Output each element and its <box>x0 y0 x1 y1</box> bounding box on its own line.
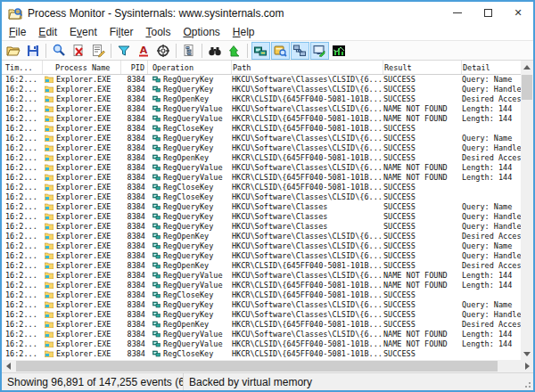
event-path: HKCU\Software\Classes\CLSID\{6... <box>232 85 383 94</box>
event-row[interactable]: 16:2...Explorer.EXE8384RegQueryKeyHKCU\S… <box>2 85 521 94</box>
scroll-down-button[interactable] <box>521 347 533 360</box>
event-row[interactable]: 16:2...Explorer.EXE8384RegQueryValueHKCU… <box>2 271 521 281</box>
jump-to-button[interactable] <box>226 42 244 60</box>
event-pid: 8384 <box>121 104 148 114</box>
include-process-from-window-button[interactable] <box>154 42 173 60</box>
registry-operation-icon <box>152 173 160 181</box>
registry-operation-icon <box>152 232 160 240</box>
event-row[interactable]: 16:2...Explorer.EXE8384RegQueryValueHKCU… <box>2 330 521 339</box>
event-row[interactable]: 16:2...Explorer.EXE8384RegQueryValueHKCR… <box>2 114 521 124</box>
capture-button[interactable] <box>50 42 69 60</box>
column-header-path[interactable]: Path <box>232 61 383 74</box>
toolbar-separator <box>176 44 177 58</box>
show-filesystem-activity-button[interactable] <box>271 42 290 60</box>
event-row[interactable]: 16:2...Explorer.EXE8384RegQueryKeyHKCU\S… <box>2 310 521 320</box>
show-registry-activity-button[interactable] <box>251 42 270 60</box>
event-row[interactable]: 16:2...Explorer.EXE8384RegQueryKeyHKCU\S… <box>2 143 521 153</box>
event-result: SUCCESS <box>383 310 462 320</box>
save-button[interactable] <box>24 42 43 60</box>
event-operation: RegCloseKey <box>148 124 232 134</box>
event-time: 16:2... <box>2 232 43 241</box>
menu-filter[interactable]: Filter <box>103 25 140 39</box>
event-row[interactable]: 16:2...Explorer.EXE8384RegQueryKeyHKCU\S… <box>2 75 521 85</box>
filter-button[interactable] <box>115 42 134 60</box>
scroll-right-button[interactable] <box>521 360 533 372</box>
find-button[interactable] <box>206 42 225 60</box>
process-tree-button[interactable] <box>180 42 199 60</box>
event-row[interactable]: 16:2...Explorer.EXE8384RegCloseKeyHKCR\C… <box>2 183 521 192</box>
scroll-up-button[interactable] <box>521 61 533 73</box>
event-row[interactable]: 16:2...Explorer.EXE8384RegQueryValueHKCU… <box>2 104 521 114</box>
event-row[interactable]: 16:2...Explorer.EXE8384RegQueryKeyHKCU\S… <box>2 300 521 310</box>
event-row[interactable]: 16:2...Explorer.EXE8384RegOpenKeyHKCR\CL… <box>2 261 521 271</box>
event-row[interactable]: 16:2...Explorer.EXE8384RegOpenKeyHKCR\CL… <box>2 320 521 330</box>
event-process: Explorer.EXE <box>43 349 121 359</box>
column-header-tim[interactable]: Tim... <box>2 61 43 74</box>
event-row[interactable]: 16:2...Explorer.EXE8384RegQueryKeyHKCU\S… <box>2 241 521 251</box>
event-row[interactable]: 16:2...Explorer.EXE8384RegQueryKeyHKCU\S… <box>2 202 521 212</box>
event-row[interactable]: 16:2...Explorer.EXE8384RegQueryValueHKCR… <box>2 281 521 290</box>
event-row[interactable]: 16:2...Explorer.EXE8384RegQueryKeyHKCU\S… <box>2 212 521 222</box>
show-profiling-events-button[interactable] <box>330 42 349 60</box>
event-result: SUCCESS <box>383 143 462 153</box>
event-detail: Length: 144 <box>462 330 521 339</box>
event-row[interactable]: 16:2...Explorer.EXE8384RegCloseKeyHKCR\C… <box>2 349 521 359</box>
highlight-button[interactable]: A <box>135 42 153 60</box>
minimize-button[interactable] <box>442 2 473 24</box>
event-row[interactable]: 16:2...Explorer.EXE8384RegQueryValueHKCR… <box>2 173 521 183</box>
event-process: Explorer.EXE <box>43 320 121 330</box>
vertical-scroll-thumb[interactable] <box>522 75 532 100</box>
resize-grip-icon[interactable] <box>523 380 531 388</box>
show-process-activity-button[interactable] <box>310 42 329 60</box>
close-button[interactable]: ✕ <box>503 2 533 24</box>
event-path: HKCU\Software\Classes <box>232 212 383 222</box>
column-header-result[interactable]: Result <box>383 61 462 74</box>
process-folder-icon <box>45 125 54 132</box>
column-header-processname[interactable]: Process Name <box>43 61 121 74</box>
registry-operation-icon <box>152 134 160 142</box>
event-detail: Length: 144 <box>462 339 521 349</box>
event-pid: 8384 <box>121 222 148 232</box>
menu-help[interactable]: Help <box>226 25 261 39</box>
scroll-left-button[interactable] <box>2 360 14 372</box>
menu-bar: FileEditEventFilterToolsOptionsHelp <box>2 24 533 40</box>
maximize-button[interactable] <box>473 2 503 24</box>
column-header-operation[interactable]: Operation <box>148 61 232 74</box>
column-header-detail[interactable]: Detail <box>462 61 521 74</box>
event-row[interactable]: 16:2...Explorer.EXE8384RegQueryKeyHKCU\S… <box>2 222 521 232</box>
event-row[interactable]: 16:2...Explorer.EXE8384RegOpenKeyHKCR\CL… <box>2 153 521 163</box>
event-row[interactable]: 16:2...Explorer.EXE8384RegQueryValueHKCR… <box>2 339 521 349</box>
event-row[interactable]: 16:2...Explorer.EXE8384RegOpenKeyHKCU\So… <box>2 232 521 241</box>
event-path: HKCR\CLSID\{645FF040-5081-101B... <box>232 261 383 271</box>
event-result: SUCCESS <box>383 192 462 202</box>
event-row[interactable]: 16:2...Explorer.EXE8384RegQueryValueHKCU… <box>2 163 521 173</box>
column-header-pid[interactable]: PID <box>121 61 148 74</box>
menu-tools[interactable]: Tools <box>139 25 177 39</box>
event-row[interactable]: 16:2...Explorer.EXE8384RegQueryKeyHKCU\S… <box>2 251 521 261</box>
event-row[interactable]: 16:2...Explorer.EXE8384RegCloseKeyHKCR\C… <box>2 124 521 134</box>
event-time: 16:2... <box>2 104 43 114</box>
autoscroll-button[interactable] <box>89 42 108 60</box>
event-row[interactable]: 16:2...Explorer.EXE8384RegQueryKeyHKCU\S… <box>2 134 521 143</box>
horizontal-scroll-thumb[interactable] <box>16 361 498 372</box>
clear-button[interactable] <box>70 42 88 60</box>
menu-file[interactable]: File <box>3 25 32 39</box>
process-folder-icon <box>45 95 54 102</box>
open-button[interactable] <box>4 42 23 60</box>
menu-options[interactable]: Options <box>177 25 226 39</box>
event-result: SUCCESS <box>383 212 462 222</box>
event-operation: RegCloseKey <box>148 192 232 202</box>
event-row[interactable]: 16:2...Explorer.EXE8384RegCloseKeyHKCR\C… <box>2 290 521 300</box>
event-row[interactable]: 16:2...Explorer.EXE8384RegOpenKeyHKCR\CL… <box>2 94 521 104</box>
event-pid: 8384 <box>121 85 148 94</box>
horizontal-scrollbar[interactable] <box>2 360 533 372</box>
show-network-activity-button[interactable] <box>291 42 309 60</box>
event-process: Explorer.EXE <box>43 330 121 339</box>
event-time: 16:2... <box>2 114 43 124</box>
menu-edit[interactable]: Edit <box>32 25 63 39</box>
menu-event[interactable]: Event <box>63 25 103 39</box>
event-row[interactable]: 16:2...Explorer.EXE8384RegCloseKeyHKCU\S… <box>2 192 521 202</box>
event-operation: RegQueryValue <box>148 339 232 349</box>
event-list: Tim...Process NamePIDOperationPathResult… <box>2 61 533 372</box>
vertical-scrollbar[interactable] <box>521 61 533 360</box>
